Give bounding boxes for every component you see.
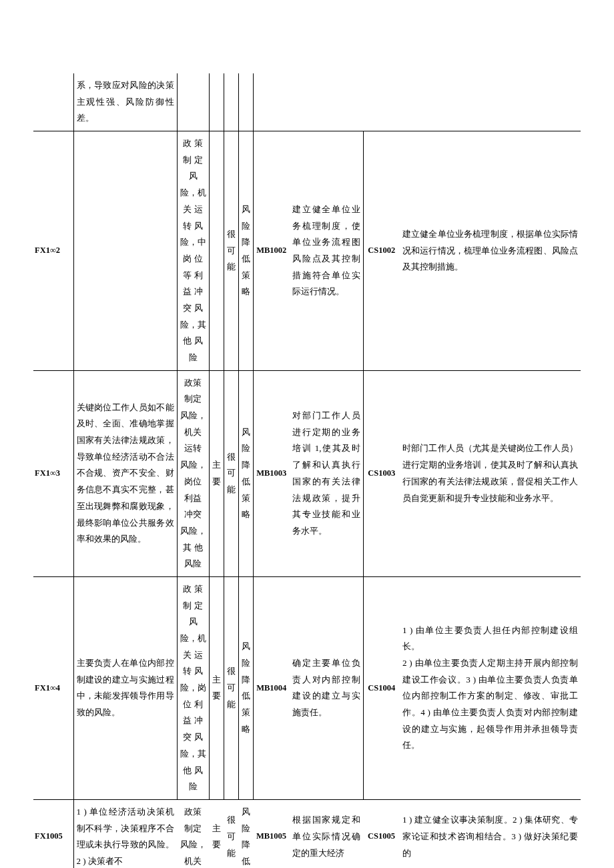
table-row: FX1∞4 主要负责人在单位内部控制建设的建立与实施过程中，未能发挥领导作用导致… (33, 576, 581, 799)
cell-prob: 很 可 能 (224, 370, 238, 576)
cell-target (290, 73, 363, 131)
cell-desc: 1 ) 单位经济活动决策机制不科学，决策程序不合理或未执行导致的风险。2 ) 决… (73, 799, 177, 868)
cell-imp: 主 要 (209, 576, 224, 799)
cell-desc (73, 131, 177, 371)
cell-measure: 1 ) 建立健全议事决策制度。2 ) 集体研究、专家论证和技术咨询相结合。3 )… (400, 799, 581, 868)
cell-imp (209, 131, 224, 371)
cell-prob (224, 73, 238, 131)
cell-mb: MB1003 (253, 370, 290, 576)
cell-mb: MB1005 (253, 799, 290, 868)
risk-table: 系，导致应对风险的决策主观性强、风险防御性差。 FX1∞2 政 策 制 定 风 … (33, 73, 581, 868)
cell-prob: 很 可 能 (224, 131, 238, 371)
cell-strat: 风 险 降 低 (238, 799, 253, 868)
cell-code: FX1005 (33, 799, 73, 868)
cell-code: FX1∞4 (33, 576, 73, 799)
cell-mb: MB1004 (253, 576, 290, 799)
cell-imp (209, 73, 224, 131)
cell-target: 对部门工作人员进行定期的业务培训 1,使其及时了解和认真执行国家的有关法律法规政… (290, 370, 363, 576)
cell-risk (177, 73, 209, 131)
cell-risk: 政 策 制 定 风 险，机 关 运 转 风 险，中 岗 位 等 利 益 冲 突 … (177, 131, 209, 371)
table-row-cont: 系，导致应对风险的决策主观性强、风险防御性差。 (33, 73, 581, 131)
cell-code (33, 73, 73, 131)
cell-mb: MB1002 (253, 131, 290, 371)
cell-cs: CS1005 (363, 799, 400, 868)
cell-strat: 风 险 降 低 策 略 (238, 576, 253, 799)
cell-prob: 很 可 能 (224, 576, 238, 799)
cell-code: FX1∞2 (33, 131, 73, 371)
cell-measure: 建立健全单位业务梳理制度，根据单位实际情况和运行情况，梳理单位业务流程图、风险点… (400, 131, 581, 371)
cell-imp: 主 要 (209, 799, 224, 868)
cell-target: 建立健全单位业务梳理制度，使单位业务流程图风险点及其控制措施符合单位实际运行情况… (290, 131, 363, 371)
table-row: FX1005 1 ) 单位经济活动决策机制不科学，决策程序不合理或未执行导致的风… (33, 799, 581, 868)
cell-target: 根据国家规定和单位实际情况确定的重大经济 (290, 799, 363, 868)
cell-cs: CS1002 (363, 131, 400, 371)
cell-risk: 政 策 制 定 风 险，机 关 运 转 风 险，岗 位 利 益 冲 突 风 险，… (177, 576, 209, 799)
cell-mb (253, 73, 290, 131)
table-row: FX1∞3 关键岗位工作人员如不能及时、全面、准确地掌握国家有关法律法规政策，导… (33, 370, 581, 576)
cell-desc: 系，导致应对风险的决策主观性强、风险防御性差。 (73, 73, 177, 131)
cell-target: 确定主要单位负责人对内部控制建设的建立与实施责任。 (290, 576, 363, 799)
cell-imp: 主 要 (209, 370, 224, 576)
cell-code: FX1∞3 (33, 370, 73, 576)
cell-strat: 风 险 降 低 策 略 (238, 370, 253, 576)
cell-risk: 政策 制定 风险，机关 运转 风险，岗位 利益 冲突 风险，其 他 风险 (177, 370, 209, 576)
cell-cs (363, 73, 400, 131)
cell-desc: 关键岗位工作人员如不能及时、全面、准确地掌握国家有关法律法规政策，导致单位经济活… (73, 370, 177, 576)
cell-desc: 主要负责人在单位内部控制建设的建立与实施过程中，未能发挥领导作用导致的风险。 (73, 576, 177, 799)
cell-measure (400, 73, 581, 131)
cell-measure: 1 ) 由单位主要负责人担任内部控制建设组长。 2 ) 由单位主要负责人定期主持… (400, 576, 581, 799)
cell-cs: CS1003 (363, 370, 400, 576)
cell-prob: 很 可 能 (224, 799, 238, 868)
cell-strat (238, 73, 253, 131)
cell-risk: 政策 制定 风险，机关 (177, 799, 209, 868)
table-row: FX1∞2 政 策 制 定 风 险，机 关 运 转 风 险，中 岗 位 等 利 … (33, 131, 581, 371)
cell-measure: 时部门工作人员（尤其是关键岗位工作人员）进行定期的业务培训，使其及时了解和认真执… (400, 370, 581, 576)
cell-cs: CS1004 (363, 576, 400, 799)
cell-strat: 风 险 降 低 策 略 (238, 131, 253, 371)
